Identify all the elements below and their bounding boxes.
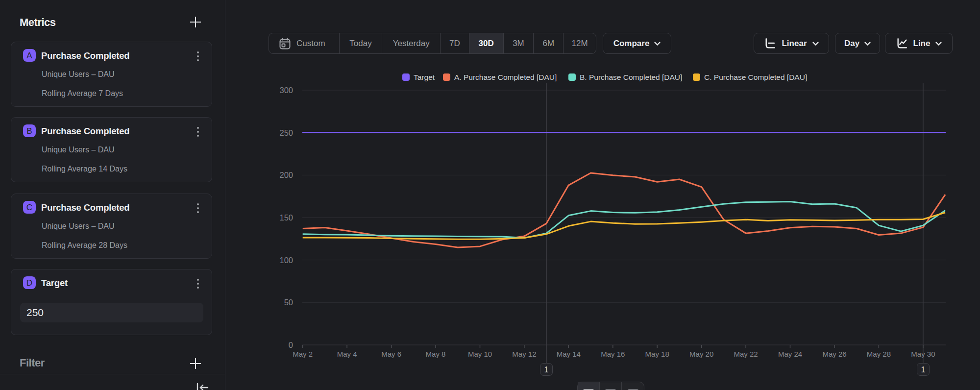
svg-text:May 10: May 10 — [468, 350, 492, 358]
svg-text:May 8: May 8 — [426, 350, 446, 358]
svg-text:May 24: May 24 — [778, 350, 802, 358]
svg-text:100: 100 — [279, 256, 293, 265]
svg-text:200: 200 — [279, 171, 293, 179]
svg-text:May 2: May 2 — [293, 350, 313, 358]
svg-text:May 22: May 22 — [734, 350, 758, 358]
svg-text:50: 50 — [284, 298, 293, 307]
svg-text:May 26: May 26 — [822, 350, 846, 358]
svg-text:300: 300 — [279, 86, 293, 95]
svg-text:May 20: May 20 — [689, 350, 713, 358]
svg-text:May 12: May 12 — [512, 350, 536, 358]
svg-text:May 4: May 4 — [337, 350, 357, 358]
svg-text:May 6: May 6 — [381, 350, 401, 358]
svg-text:250: 250 — [279, 128, 293, 137]
svg-text:0: 0 — [289, 341, 293, 349]
svg-text:May 30: May 30 — [911, 350, 935, 358]
svg-text:May 18: May 18 — [645, 350, 669, 358]
svg-text:May 28: May 28 — [867, 350, 891, 358]
svg-text:150: 150 — [279, 213, 293, 222]
svg-text:May 14: May 14 — [557, 350, 581, 358]
svg-text:May 16: May 16 — [601, 350, 625, 358]
